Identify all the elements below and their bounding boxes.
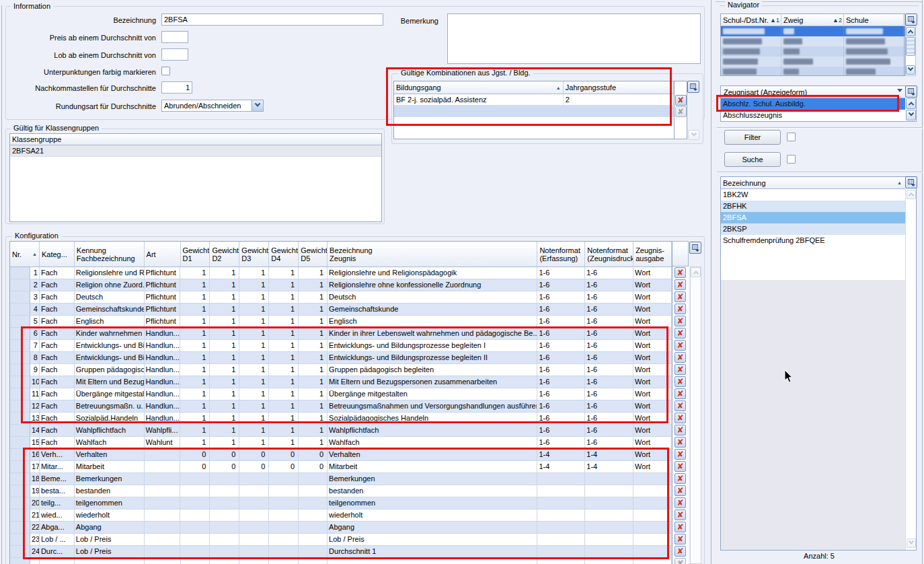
table-row[interactable]: 5 Fach Englisch Pflichtunt 1 1 1 1 1 Eng…: [10, 316, 672, 328]
column-chooser-button[interactable]: [905, 176, 917, 188]
column-header-bezeichnung[interactable]: Bezeichnung ▲: [721, 177, 905, 189]
column-header-gewicht-d5[interactable]: Gewicht D5: [299, 242, 328, 267]
row-selector[interactable]: [10, 546, 30, 558]
list-item[interactable]: 2BFSA21: [10, 145, 381, 157]
table-row[interactable]: 17 Mitar... Mitarbeit 0 0 0 0 0 Mitarbei…: [10, 461, 672, 473]
table-row-selected[interactable]: [721, 26, 904, 36]
column-header-schule[interactable]: Schule: [844, 14, 904, 26]
list-item-selected[interactable]: 2BFSA: [721, 212, 905, 223]
table-row-empty-selected[interactable]: [394, 106, 674, 117]
table-row[interactable]: [721, 46, 904, 57]
row-selector[interactable]: [10, 291, 30, 304]
delete-row-button[interactable]: ✘: [675, 461, 686, 472]
table-row[interactable]: 15 Fach Wahlfach Wahlunt 1 1 1 1 1 Wahlf…: [10, 437, 672, 449]
delete-row-button[interactable]: ✘: [675, 291, 686, 302]
row-selector[interactable]: [10, 340, 30, 352]
bezeichnung-input[interactable]: 2BFSA: [161, 13, 383, 26]
zeugnisart-header[interactable]: Zeugnisart (Anzeigeform): [721, 86, 905, 98]
table-row[interactable]: 13 Fach Sozialpäd.Handeln Handlun... 1 1…: [10, 413, 672, 425]
combo-dropdown-button[interactable]: [252, 100, 263, 111]
delete-row-button[interactable]: ✘: [675, 437, 686, 448]
preis-input[interactable]: [161, 31, 188, 43]
table-row[interactable]: [721, 57, 904, 67]
column-header-zeugnisausgabe[interactable]: Zeugnis- ausgabe: [633, 242, 672, 267]
column-header-klassengruppe[interactable]: Klassengruppe: [10, 134, 381, 145]
row-selector[interactable]: [10, 364, 30, 376]
panel-splitter[interactable]: [711, 0, 711, 564]
scroll-down-button[interactable]: [906, 65, 915, 75]
delete-row-button[interactable]: ✘: [675, 509, 686, 520]
table-row[interactable]: 23 Lob / ... Lob / Preis Lob / Preis: [10, 534, 672, 546]
list-item[interactable]: 1BK2W: [721, 189, 905, 201]
row-selector[interactable]: [10, 328, 30, 340]
delete-row-button[interactable]: ✘: [675, 376, 686, 387]
column-header-notenformat-zeugnisdruck[interactable]: Notenformat (Zeugnisdruck): [585, 242, 633, 267]
table-row[interactable]: 18 Beme... Bemerkungen Bemerkungen: [10, 473, 672, 485]
row-selector[interactable]: [10, 352, 30, 364]
vertical-scrollbar[interactable]: [690, 267, 701, 564]
column-header-notenformat-erfassung[interactable]: Notenformat (Erfassung): [537, 242, 585, 267]
lob-input[interactable]: [161, 48, 188, 61]
table-row[interactable]: 12 Fach Betreuungsmaßn. u. ... Handlun..…: [10, 400, 672, 413]
column-chooser-button[interactable]: [905, 13, 917, 26]
column-header-gewicht-d4[interactable]: Gewicht D4: [269, 242, 299, 267]
suche-button[interactable]: Suche: [724, 152, 781, 167]
row-selector[interactable]: [10, 267, 30, 279]
column-header-bezeichnung-zeugnis[interactable]: Bezeichnung Zeugnis: [328, 242, 537, 267]
table-row[interactable]: 10 Fach Mit Eltern und Bezugs... Handlun…: [10, 376, 672, 388]
rundungsart-select[interactable]: Abrunden/Abschneiden: [161, 100, 264, 112]
column-chooser-button[interactable]: [687, 81, 699, 93]
delete-row-button[interactable]: ✘: [675, 388, 686, 399]
delete-row-button[interactable]: ✘: [675, 352, 686, 363]
scroll-up-button[interactable]: [907, 190, 916, 199]
table-row[interactable]: 8 Fach Entwicklungs- und Bil... Handlun.…: [10, 352, 672, 364]
table-row[interactable]: 1 Fach Religionslehre und R... Pflichtun…: [10, 267, 672, 279]
scroll-up-button[interactable]: [906, 98, 916, 109]
table-row[interactable]: BF 2-j. sozialpäd. Assistenz 2: [394, 94, 674, 106]
list-item-selected[interactable]: Abschlz. Schul. Ausbildg.: [721, 98, 905, 110]
delete-row-button[interactable]: ✘: [675, 425, 686, 435]
table-row[interactable]: [721, 67, 904, 76]
delete-row-button[interactable]: ✘: [675, 400, 686, 411]
row-selector[interactable]: [10, 437, 30, 449]
delete-row-button[interactable]: ✘: [675, 304, 686, 314]
list-item[interactable]: Abschlusszeugnis: [721, 110, 905, 121]
delete-row-button[interactable]: ✘: [675, 340, 686, 351]
table-row[interactable]: 4 Fach Gemeinschaftskunde Pflichtunt 1 1…: [10, 304, 672, 316]
delete-row-button[interactable]: ✘: [675, 485, 686, 496]
row-selector[interactable]: [10, 279, 30, 291]
row-selector[interactable]: [10, 413, 30, 425]
column-header-gewicht-d2[interactable]: Gewicht D2: [210, 242, 239, 267]
column-header-gewicht-d1[interactable]: Gewicht D1: [181, 242, 210, 267]
table-row[interactable]: 7 Fach Entwicklungs- und Bil... Handlun.…: [10, 340, 672, 352]
table-row[interactable]: 9 Fach Gruppen pädagogisch... Handlun...…: [10, 364, 672, 376]
delete-row-button[interactable]: ✘: [675, 522, 686, 532]
suche-checkbox[interactable]: [787, 155, 796, 164]
filter-checkbox[interactable]: [787, 133, 796, 141]
table-row[interactable]: 21 wied... wiederholt wiederholt: [10, 509, 672, 522]
delete-row-button[interactable]: ✘: [675, 364, 686, 375]
delete-row-button[interactable]: ✘: [675, 328, 686, 339]
delete-row-button[interactable]: ✘: [675, 413, 686, 423]
delete-row-button[interactable]: ✘: [675, 95, 687, 106]
table-row[interactable]: 24 Durc... Lob / Preis Durchschnitt 1: [10, 546, 672, 558]
delete-row-button[interactable]: ✘: [675, 546, 686, 557]
row-selector[interactable]: [10, 304, 30, 316]
column-chooser-button[interactable]: [689, 242, 701, 254]
table-row[interactable]: 14 Fach Wahlpflichtfach Wahlpfli... 1 1 …: [10, 425, 672, 437]
column-header-zweig[interactable]: Zweig ▲2: [781, 14, 844, 26]
bemerkung-textarea[interactable]: [447, 13, 701, 64]
scroll-down-button[interactable]: [688, 130, 699, 140]
row-selector[interactable]: [10, 522, 30, 534]
row-selector[interactable]: [10, 485, 30, 497]
row-selector[interactable]: [10, 497, 30, 509]
delete-row-button[interactable]: ✘: [675, 534, 686, 544]
delete-row-button[interactable]: ✘: [675, 267, 686, 278]
column-header-bildungsgang[interactable]: Bildungsgang ▲: [394, 81, 564, 94]
vertical-scrollbar[interactable]: [905, 189, 917, 551]
row-selector[interactable]: [10, 425, 30, 437]
delete-row-button[interactable]: ✘: [675, 449, 686, 460]
table-row[interactable]: 20 teilg... teilgenommen teilgenommen: [10, 497, 672, 509]
table-row[interactable]: 11 Fach Übergänge mitgestalt... Handlun.…: [10, 388, 672, 400]
nachkommastellen-input[interactable]: 1: [161, 81, 192, 94]
